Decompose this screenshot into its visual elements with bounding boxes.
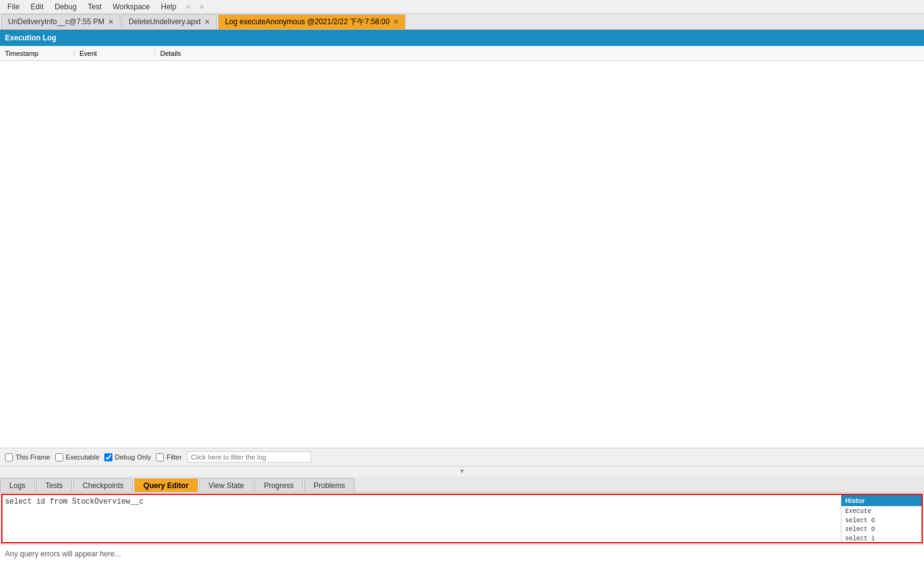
tab-undelivery[interactable]: UnDeliveryInfo__c@7:55 PM ✕: [1, 14, 120, 29]
filter-input[interactable]: [187, 451, 311, 463]
debug-only-checkbox[interactable]: [104, 453, 112, 461]
menu-edit[interactable]: Edit: [25, 1, 48, 12]
history-item-0[interactable]: Execute: [841, 506, 922, 515]
execution-log-header: Execution Log: [0, 30, 924, 46]
debug-only-label: Debug Only: [115, 453, 151, 461]
col-event: Event: [75, 50, 155, 57]
tab-checkpoints[interactable]: Checkpoints: [73, 478, 133, 492]
filter-checkbox[interactable]: [156, 453, 164, 461]
filter-bar: This Frame Executable Debug Only Filter: [0, 448, 924, 466]
history-panel: Histor Execute select O select O select …: [841, 495, 922, 542]
divider-arrow: ▼: [0, 466, 924, 476]
tab-view-state[interactable]: View State: [199, 478, 253, 492]
tab-problems[interactable]: Problems: [304, 478, 355, 492]
query-editor-area: select id from StockOverview__c Histor E…: [1, 494, 923, 543]
this-frame-label: This Frame: [16, 453, 50, 461]
col-timestamp: Timestamp: [0, 50, 75, 57]
tab-log-execute-close[interactable]: ✕: [393, 18, 399, 26]
filter-label: Filter: [166, 453, 181, 461]
log-content-area[interactable]: [0, 61, 924, 448]
tab-checkpoints-label: Checkpoints: [83, 481, 124, 490]
nav-back-button[interactable]: <: [183, 1, 194, 12]
tab-progress[interactable]: Progress: [255, 478, 303, 492]
bottom-section: Logs Tests Checkpoints Query Editor View…: [0, 476, 924, 562]
tab-query-editor[interactable]: Query Editor: [134, 478, 198, 492]
tab-log-execute-label: Log executeAnonymous @2021/2/22 下午7:58:0…: [225, 17, 389, 27]
tab-bar: UnDeliveryInfo__c@7:55 PM ✕ DeleteUndeli…: [0, 14, 924, 30]
tab-problems-label: Problems: [314, 481, 345, 490]
tab-logs[interactable]: Logs: [0, 478, 35, 492]
log-section: Execution Log Timestamp Event Details Th…: [0, 30, 924, 476]
filter-group: Filter: [156, 453, 181, 461]
execution-log-title: Execution Log: [5, 34, 57, 42]
tab-deleteundelivery-label: DeleteUndelivery.apxt: [129, 17, 201, 26]
history-item-1[interactable]: select O: [841, 515, 922, 525]
tab-tests[interactable]: Tests: [36, 478, 72, 492]
col-details: Details: [155, 50, 924, 57]
nav-forward-button[interactable]: >: [196, 1, 207, 12]
tab-query-editor-label: Query Editor: [143, 481, 189, 490]
tab-progress-label: Progress: [264, 481, 294, 490]
history-item-3[interactable]: select i: [841, 533, 922, 543]
tab-view-state-label: View State: [209, 481, 244, 490]
log-table-header: Timestamp Event Details: [0, 46, 924, 61]
tab-deleteundelivery[interactable]: DeleteUndelivery.apxt ✕: [122, 14, 217, 29]
this-frame-group: This Frame: [5, 453, 50, 461]
menu-help[interactable]: Help: [156, 1, 181, 12]
executable-group: Executable: [55, 453, 99, 461]
tab-log-execute[interactable]: Log executeAnonymous @2021/2/22 下午7:58:0…: [218, 14, 405, 29]
tab-undelivery-close[interactable]: ✕: [108, 18, 114, 26]
bottom-tabs: Logs Tests Checkpoints Query Editor View…: [0, 476, 924, 492]
menu-test[interactable]: Test: [83, 1, 106, 12]
tab-undelivery-label: UnDeliveryInfo__c@7:55 PM: [8, 17, 104, 26]
error-message: Any query errors will appear here...: [5, 550, 121, 558]
tab-tests-label: Tests: [45, 481, 63, 490]
history-header: Histor: [841, 495, 922, 506]
tab-deleteundelivery-close[interactable]: ✕: [204, 18, 210, 26]
tab-logs-label: Logs: [9, 481, 25, 490]
executable-label: Executable: [66, 453, 99, 461]
menu-debug[interactable]: Debug: [50, 1, 81, 12]
query-textarea[interactable]: select id from StockOverview__c: [2, 495, 841, 542]
menu-file[interactable]: File: [2, 1, 24, 12]
menu-bar: File Edit Debug Test Workspace Help < >: [0, 0, 924, 14]
executable-checkbox[interactable]: [55, 453, 63, 461]
this-frame-checkbox[interactable]: [5, 453, 13, 461]
error-area: Any query errors will appear here...: [0, 545, 924, 562]
debug-only-group: Debug Only: [104, 453, 151, 461]
main-container: UnDeliveryInfo__c@7:55 PM ✕ DeleteUndeli…: [0, 14, 924, 562]
history-item-2[interactable]: select O: [841, 524, 922, 533]
menu-workspace[interactable]: Workspace: [107, 1, 155, 12]
